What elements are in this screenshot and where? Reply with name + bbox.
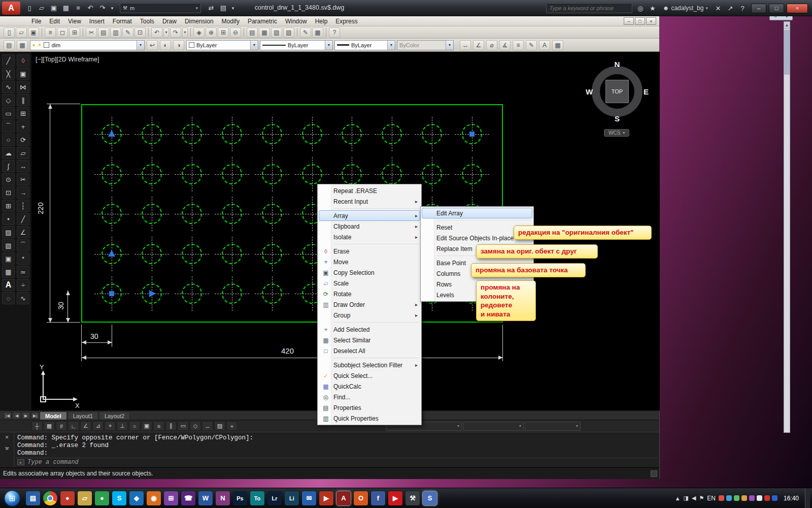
tray-app-icon[interactable] <box>772 495 777 501</box>
array-circle[interactable] <box>382 164 402 184</box>
multiline-text-icon[interactable]: A <box>2 279 15 291</box>
menu-express[interactable]: Express <box>331 16 361 26</box>
taskbar-facebook-icon[interactable]: f <box>371 491 385 505</box>
array-grip-sq[interactable] <box>469 132 475 137</box>
break-icon[interactable]: ╱ <box>17 213 29 225</box>
tray-volume-icon[interactable]: ◀ <box>692 495 696 501</box>
dim-linear-icon[interactable]: ↔ <box>460 40 471 50</box>
star-favorites-icon[interactable]: ★ <box>647 3 658 14</box>
compass-east[interactable]: E <box>644 87 649 96</box>
menu-item-recent-input[interactable]: Recent Input▸ <box>319 196 420 207</box>
menu-item-select-similar[interactable]: ▦Select Similar <box>319 335 420 345</box>
taskbar-player-red-icon[interactable]: ▶ <box>319 491 333 505</box>
menu-item-clipboard[interactable]: Clipboard▸ <box>319 221 420 232</box>
chamfer-icon[interactable]: ∠ <box>17 226 29 238</box>
markup-icon[interactable]: ✎ <box>300 27 311 38</box>
menu-item-repeat-erase[interactable]: Repeat .ERASE <box>319 185 420 196</box>
show-desktop-button[interactable] <box>805 488 810 508</box>
taskbar-blue-app-icon[interactable]: ◆ <box>129 491 144 505</box>
point-icon[interactable]: • <box>2 213 15 225</box>
workspace-combo[interactable]: ⚒ m ▾ <box>120 3 201 13</box>
dim-style-icon[interactable]: ✎ <box>526 40 537 50</box>
inference-icon[interactable]: ┼ <box>31 421 43 431</box>
menu-window[interactable]: Window <box>281 16 311 26</box>
circle-icon[interactable]: ○ <box>2 134 15 146</box>
array-circle[interactable] <box>101 204 122 224</box>
share-icon[interactable]: ↗ <box>725 3 736 14</box>
explode-icon[interactable]: * <box>17 252 29 265</box>
tray-app-icon[interactable] <box>726 495 732 501</box>
quickcalc-icon[interactable]: ▦ <box>312 27 323 38</box>
search-binoculars-icon[interactable]: ◎ <box>635 3 646 14</box>
layer-isolate-icon[interactable]: ◐ <box>160 40 171 50</box>
copy-clip-icon[interactable]: ▤ <box>98 27 109 38</box>
plot-icon[interactable]: ≡ <box>45 27 56 38</box>
lineweight-display-icon[interactable]: ▣ <box>141 421 152 431</box>
tray-app-icon[interactable] <box>734 495 739 501</box>
make-block-icon[interactable]: ⊞ <box>2 200 15 212</box>
match-properties-icon[interactable]: ✎ <box>122 27 133 38</box>
tools-wrench-icon[interactable]: ⚒ <box>5 444 9 452</box>
hatch-icon[interactable]: ▨ <box>2 226 15 238</box>
line-icon[interactable]: ╱ <box>2 54 15 67</box>
dynamic-input-icon[interactable]: ○ <box>129 421 140 431</box>
tab-nav-item-icon[interactable]: ◀ <box>13 412 21 419</box>
tab-nav-item-icon[interactable]: ▶ <box>22 412 30 419</box>
pan-icon[interactable]: ◈ <box>193 27 205 38</box>
user-account[interactable]: ☻ cadalyst_bg ▾ <box>661 5 710 12</box>
array-circle[interactable] <box>462 164 482 184</box>
erase-icon[interactable]: ◊ <box>17 54 29 67</box>
block-editor-icon[interactable]: ⊡ <box>134 27 146 38</box>
insert-block-icon[interactable]: ⊡ <box>2 186 15 199</box>
array-circle[interactable] <box>182 244 202 264</box>
array-circle[interactable] <box>342 164 362 184</box>
menu-format[interactable]: Format <box>109 16 136 26</box>
array-circle[interactable] <box>262 164 282 184</box>
layer-unisolate-icon[interactable]: ◑ <box>173 40 184 50</box>
revision-cloud-icon[interactable]: ☁ <box>2 147 15 159</box>
edit-polyline-icon[interactable]: ∿ <box>17 292 29 304</box>
plot-icon[interactable]: ≡ <box>73 3 84 14</box>
snap-mode-icon[interactable]: ▦ <box>44 421 55 431</box>
array-circle[interactable] <box>142 124 162 144</box>
tray-app-icon[interactable] <box>764 495 770 501</box>
mirror-icon[interactable]: ⋈ <box>17 81 29 93</box>
workspace-switching-icon[interactable]: + <box>226 421 238 431</box>
array-circle[interactable] <box>422 124 442 144</box>
array-circle[interactable] <box>182 164 202 184</box>
ellipse-icon[interactable]: ⊙ <box>2 173 15 185</box>
menu-item-deselect-all[interactable]: □Deselect All <box>319 345 420 356</box>
undo-icon[interactable]: ↶ <box>85 3 96 14</box>
menu-file[interactable]: File <box>27 16 45 26</box>
array-grip-sq[interactable] <box>109 291 114 296</box>
taskbar-explorer-icon[interactable]: ▤ <box>26 491 40 505</box>
doc-restore-icon[interactable]: □ <box>635 17 645 25</box>
polygon-icon[interactable]: ◇ <box>2 94 15 106</box>
join-icon[interactable]: ≃ <box>17 266 29 278</box>
taskbar-snagit-icon[interactable]: S <box>423 491 437 505</box>
lineweight-combo[interactable]: ByLayer ▾ <box>334 40 395 50</box>
spline-icon[interactable]: ∫ <box>2 160 15 172</box>
menu-tools[interactable]: Tools <box>136 16 158 26</box>
maximize-button[interactable]: □ <box>769 4 784 13</box>
close-command-icon[interactable]: × <box>5 434 9 441</box>
cut-icon[interactable]: ✂ <box>86 27 97 38</box>
tab-nav-item-icon[interactable]: |◀ <box>4 412 12 419</box>
region-icon[interactable]: ▣ <box>2 252 15 265</box>
array-grip-right[interactable] <box>149 290 156 297</box>
tab-model[interactable]: Model <box>40 411 67 420</box>
layer-combo[interactable]: ● ☀ dim ▾ <box>30 40 145 50</box>
undo-list-icon[interactable]: ▾ <box>163 27 169 38</box>
array-icon[interactable]: ⊞ <box>17 107 29 119</box>
polar-tracking-icon[interactable]: ∠ <box>80 421 91 431</box>
taskbar-word-icon[interactable]: W <box>198 491 213 505</box>
command-input-row[interactable]: ▸ Type a command <box>15 458 657 466</box>
wcs-selector[interactable]: WCS ▾ <box>604 129 629 137</box>
tab-nav-item-icon[interactable]: ▶| <box>31 412 39 419</box>
array-circle[interactable] <box>222 124 242 144</box>
close-button[interactable]: × <box>787 4 808 13</box>
language-indicator[interactable]: EN <box>707 495 716 502</box>
layout-switch-icon[interactable]: ▤ <box>218 3 229 14</box>
command-line-panel[interactable]: ×⚒ Command: Specify opposite corner or [… <box>0 432 659 467</box>
menu-item-properties[interactable]: ▤Properties <box>319 402 420 413</box>
